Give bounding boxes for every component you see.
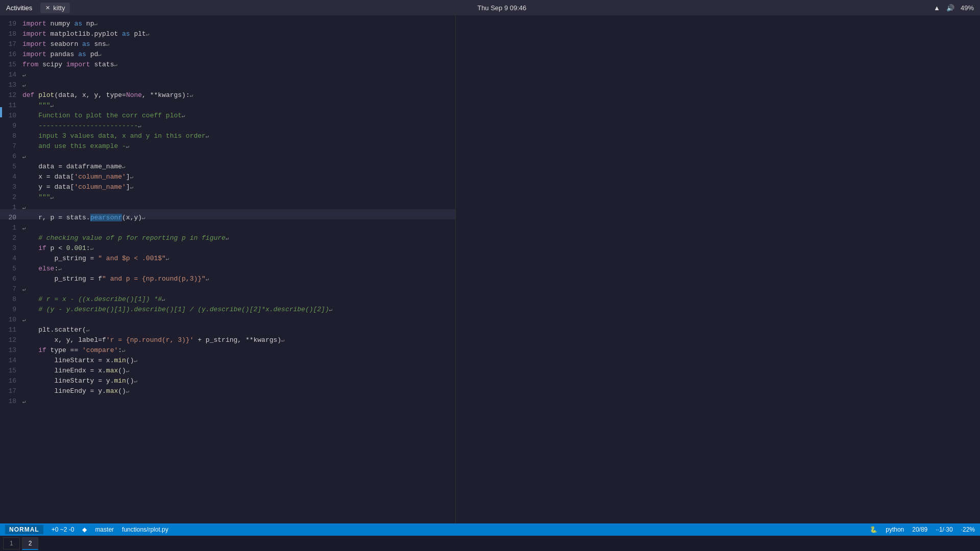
code-line: 4 x = data['column_name']↵ [0, 168, 455, 179]
position-info: 20/89 [912, 526, 927, 533]
code-line: 12 x, y, label=f'r = {np.round(r, 3)}' +… [0, 332, 455, 342]
mode-indicator: NORMAL [5, 525, 43, 534]
code-line: 4 p_string = " and $p < .001$"↵ [0, 250, 455, 260]
code-line: 16 lineStarty = y.min()↵ [0, 372, 455, 383]
topbar-left: Activities ✕ kitty [6, 3, 70, 13]
code-line: 2 # checking value of p for reporting p … [0, 230, 455, 240]
filepath: functions/rplot.py [122, 526, 168, 533]
code-line: 11 """↵ [0, 97, 455, 107]
sound-icon: 🔊 [946, 4, 954, 12]
code-line: 15 lineEndx = x.max()↵ [0, 362, 455, 372]
branch-icon: ◆ [82, 526, 87, 533]
line-content: ↵ [22, 397, 455, 405]
code-line: 14 lineStartx = x.min()↵ [0, 352, 455, 362]
editor-area: 19 import numpy as np↵ 18 import matplot… [0, 15, 980, 523]
statusbar: NORMAL +0 ~2 -0 ◆ master functions/rplot… [0, 523, 980, 536]
code-line: 10 Function to plot the corr coeff plot↵ [0, 107, 455, 117]
line-number: 18 [2, 397, 22, 405]
code-line: 14 ↵ [0, 66, 455, 77]
right-panel [456, 15, 980, 523]
code-line: 8 # r = x - ((x.describe()[1]) *#↵ [0, 291, 455, 301]
code-line: 17 lineEndy = y.max()↵ [0, 383, 455, 393]
tab-label: kitty [53, 4, 65, 12]
code-line: 17 import seaborn as sns↵ [0, 36, 455, 46]
code-line: 5 data = dataframe_name↵ [0, 158, 455, 168]
topbar-clock: Thu Sep 9 09:46 [477, 4, 526, 12]
bottom-tabs: 1 2 [0, 536, 980, 551]
code-line: 13 ↵ [0, 77, 455, 87]
code-line: 1 ↵ [0, 199, 455, 209]
code-line: 18 ↵ [0, 393, 455, 403]
code-line: 12 def plot(data, x, y, type=None, **kwa… [0, 87, 455, 97]
code-line: 3 if p < 0.001:↵ [0, 240, 455, 250]
topbar-right: ▲ 🔊 49% [934, 4, 974, 12]
code-line: 9 -------------------------↵ [0, 117, 455, 128]
battery-label: 49% [961, 4, 974, 12]
tab-icon: ✕ [45, 5, 50, 11]
git-diff: +0 ~2 -0 [52, 526, 75, 533]
code-line: 16 import pandas as pd↵ [0, 46, 455, 56]
code-content: 19 import numpy as np↵ 18 import matplot… [0, 15, 455, 523]
code-line: 6 p_string = f" and p = {np.round(p,3)}"… [0, 270, 455, 281]
code-line: 3 y = data['column_name']↵ [0, 179, 455, 189]
terminal-tab[interactable]: ✕ kitty [40, 3, 70, 13]
code-line: 7 ↵ [0, 281, 455, 291]
activities-button[interactable]: Activities [6, 4, 32, 12]
language-label: python [886, 526, 904, 533]
topbar: Activities ✕ kitty Thu Sep 9 09:46 ▲ 🔊 4… [0, 0, 980, 15]
tab-1[interactable]: 1 [3, 537, 20, 549]
code-line: 11 plt.scatter(↵ [0, 321, 455, 332]
code-line: 7 and use this example -↵ [0, 138, 455, 148]
code-line: 9 # (y - y.describe()[1]).describe()[1] … [0, 301, 455, 311]
code-line: 1 ↵ [0, 219, 455, 230]
code-line: 18 import matplotlib.pyplot as plt↵ [0, 26, 455, 36]
language-icon: 🐍 [870, 526, 877, 533]
tab-2[interactable]: 2 [22, 537, 39, 550]
code-line: 6 ↵ [0, 148, 455, 158]
current-code-line: 20 r, p = stats.pearsonr(x,y)↵ [0, 209, 455, 219]
statusbar-right: 🐍 python 20/89 ··1/·30 ·22% [870, 526, 975, 533]
code-line: 2 """↵ [0, 189, 455, 199]
code-panel[interactable]: 19 import numpy as np↵ 18 import matplot… [0, 15, 456, 523]
code-line: 10 ↵ [0, 311, 455, 321]
code-line: 5 else:↵ [0, 260, 455, 270]
network-icon: ▲ [934, 4, 940, 12]
zoom-info: ·22% [961, 526, 975, 533]
code-line: 13 if type == 'compare':↵ [0, 342, 455, 352]
cursor-info: ··1/·30 [936, 526, 952, 533]
code-line: 8 input 3 values data, x and y in this o… [0, 128, 455, 138]
code-line: 15 from scipy import stats↵ [0, 56, 455, 66]
code-line: 19 import numpy as np↵ [0, 15, 455, 26]
branch-name: master [95, 526, 114, 533]
